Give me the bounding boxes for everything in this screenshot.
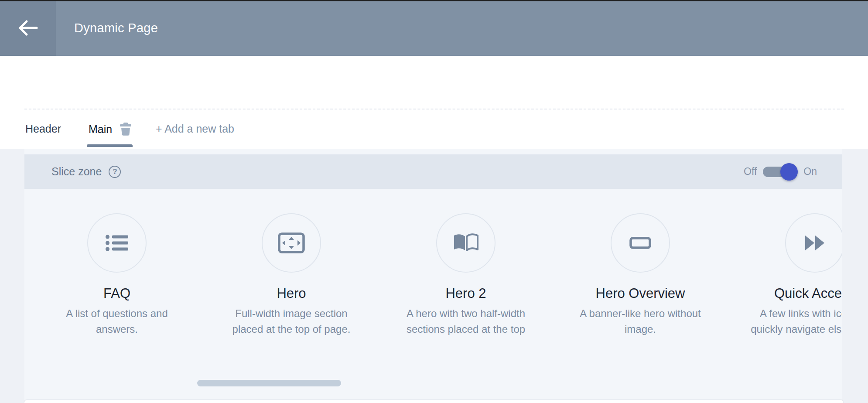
slice-name: FAQ [30,286,204,301]
tab-main-label: Main [89,123,112,136]
slice-icon-circle [611,213,670,273]
slice-zone-title: Slice zone [51,165,102,178]
page-title: Dynamic Page [74,0,158,56]
add-tab-button[interactable]: + Add a new tab [156,123,234,135]
slice-icon-circle [785,213,842,273]
help-icon[interactable]: ? [109,166,121,178]
slice-card-hero-overview[interactable]: Hero Overview A banner-like hero without… [553,189,728,363]
slice-zone-container: Slice zone ? Off On [24,149,842,400]
slice-description: A hero with two half-width sections plac… [379,306,553,337]
slice-description: Full-width image section placed at the t… [204,306,379,337]
banner-icon [629,237,651,249]
slice-description: A banner-like hero without image. [553,306,728,337]
slice-icon-circle [262,213,321,273]
toggle-off-label: Off [744,166,757,178]
slice-icon-circle [87,213,147,273]
slice-icon-circle [436,213,496,273]
fast-forward-icon [805,236,825,250]
slice-carousel: FAQ A list of questions and answers. [24,189,842,363]
content-area: Slice zone ? Off On [0,149,868,403]
slice-name: Hero 2 [379,286,553,301]
horizontal-scrollbar-thumb[interactable] [197,380,341,386]
open-book-icon [453,232,479,253]
tab-header[interactable]: Header [25,123,61,135]
slice-description: A few links with icons to quickly naviga… [728,306,842,337]
dashed-divider [24,109,844,109]
app-header: Dynamic Page [0,0,868,56]
toggle-knob[interactable] [780,163,798,181]
expand-icon [278,232,305,253]
toggle-on-label: On [803,166,817,178]
slice-zone-bar: Slice zone ? Off On [24,154,842,189]
slice-zone-toggle-group: Off On [744,166,817,178]
tab-main[interactable]: Main [89,123,131,136]
slice-name: Quick Access [728,286,842,301]
slice-card-faq[interactable]: FAQ A list of questions and answers. [30,189,204,363]
next-section-edge [24,400,843,403]
list-icon [106,234,128,252]
active-tab-underline [87,144,133,147]
window-top-edge [0,0,868,1]
slice-zone-toggle[interactable] [763,167,796,177]
arrow-left-icon [17,19,38,37]
slice-card-hero[interactable]: Hero Full-width image section placed at … [204,189,379,363]
slice-description: A list of questions and answers. [30,306,204,337]
slice-card-quick-access[interactable]: Quick Access A few links with icons to q… [728,189,842,363]
trash-icon[interactable] [120,123,131,136]
back-button[interactable] [0,0,56,56]
slice-name: Hero Overview [553,286,728,301]
slice-name: Hero [204,286,379,301]
slice-card-hero-2[interactable]: Hero 2 A hero with two half-width sectio… [379,189,553,363]
tabs-section: Header Main + Add a new tab [0,56,868,149]
